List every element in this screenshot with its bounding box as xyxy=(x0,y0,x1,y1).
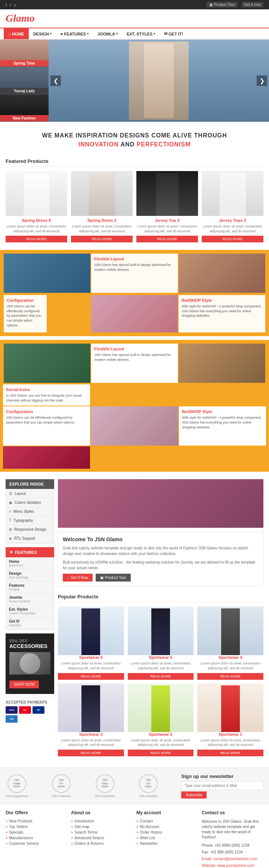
popular-name-5: Sportwear 2 xyxy=(128,732,194,737)
footer-account-item-2[interactable]: My Account xyxy=(136,824,198,830)
thumb-label-1: Spring Time xyxy=(0,60,49,66)
footer-contact-website[interactable]: Website: www.joomlashine.com xyxy=(202,862,263,868)
footer-offers-item-4[interactable]: Manufacturers xyxy=(6,835,67,841)
footer-contact-phone: Phone: +01 8888 (000) 1234 xyxy=(202,842,263,849)
footer-offers-item-2[interactable]: Top Sellers xyxy=(6,824,67,830)
features-sidebar-item-joomla[interactable]: Joomla Great Content xyxy=(6,593,54,605)
newsletter-title: Sign up our newsletter xyxy=(181,774,263,779)
features-sidebar-item-features[interactable]: Features Unique xyxy=(6,582,54,593)
popular-desc-4: Lorem ipsum dolor sit amet, consectetur … xyxy=(58,738,124,747)
sidebar-item-design-sub: Eye catching xyxy=(9,576,51,579)
footer-account-item-5[interactable]: Newsletter xyxy=(136,841,198,846)
product-name-2: Spring Dress 2 xyxy=(71,218,133,223)
product-readmore-3[interactable]: READ MORE xyxy=(136,236,198,242)
sidebar-item-joomla-title: Joomla xyxy=(9,595,51,599)
popular-readmore-5[interactable]: READ MORE xyxy=(128,750,194,756)
footer-contact-email[interactable]: Email: contact@joomlashine.com xyxy=(202,856,263,862)
email-icon: ✉ xyxy=(164,31,167,36)
popular-img-2 xyxy=(128,607,194,655)
facebook-icon[interactable]: f xyxy=(6,3,7,7)
popular-name-1: Sportwear 6 xyxy=(58,655,124,660)
features-sidebar-item-home[interactable]: Home Built front xyxy=(6,558,54,570)
footer-col-contact: Contact us Welcome to JSN Glamo. Grab th… xyxy=(202,810,263,868)
hero-next-btn[interactable]: ❯ xyxy=(257,75,267,86)
footer-about-item-3[interactable]: Search Terms xyxy=(71,830,133,835)
accepted-payments-section: ACCEPTED PAYMENTS VISA MC PP AM xyxy=(6,694,54,726)
product-readmore-4[interactable]: READ MORE xyxy=(202,236,263,242)
popular-readmore-3[interactable]: READ MORE xyxy=(197,673,263,680)
nav-item-home[interactable]: ⌂ HOME xyxy=(4,28,29,39)
footer-about-item-2[interactable]: Site map xyxy=(71,824,133,830)
popular-readmore-6[interactable]: READ MORE xyxy=(197,750,263,756)
get-it-now-top-btn[interactable]: Get it now xyxy=(241,2,263,7)
monitor-icon-2: ▣ xyxy=(100,576,103,580)
get-it-now-btn[interactable]: ↓ Get It Now xyxy=(63,574,93,582)
footer-account-item-3[interactable]: Order History xyxy=(136,830,198,835)
header: Glamo xyxy=(0,9,269,28)
popular-readmore-1[interactable]: READ MORE xyxy=(58,673,124,680)
footer-about-item-5[interactable]: Orders & Returns xyxy=(71,841,133,846)
footer-about-item-4[interactable]: Advanced Search xyxy=(71,835,133,841)
promo-category: ACCESSORIES xyxy=(9,643,50,649)
nav-item-ext-styles[interactable]: EXT. STYLES ▾ xyxy=(122,28,160,39)
product-readmore-1[interactable]: READ MORE xyxy=(6,236,67,242)
logo[interactable]: Glamo xyxy=(6,12,35,24)
product-image-4 xyxy=(202,171,263,216)
footer-offers-item-3[interactable]: Specials xyxy=(6,830,67,835)
footer-logos-section: JSNImageShow JSN ImageShow JSNUniAdmin J… xyxy=(0,768,269,804)
footer-logo-unislider: JSNUniSlider JSN UniSlider xyxy=(139,774,158,798)
features-sidebar-item-getit[interactable]: Get It! Solution xyxy=(6,617,54,629)
footer-col-about: About us Introduction Site map Search Te… xyxy=(71,810,133,868)
nav-item-design[interactable]: DESIGN ▾ xyxy=(29,28,56,39)
popular-readmore-4[interactable]: READ MORE xyxy=(58,750,124,756)
nav-item-features[interactable]: ♥ FEATURES ▾ xyxy=(56,28,93,39)
popular-card-4: Sportwear 3 Lorem ipsum dolor sit amet, … xyxy=(58,683,124,756)
popular-img-4 xyxy=(58,683,124,732)
footer-account-item-1[interactable]: Contact xyxy=(136,818,198,824)
footer-offers-item-5[interactable]: Customer Service xyxy=(6,841,67,846)
popular-img-5 xyxy=(128,683,194,732)
top-bar-actions: ▣ Product Tour Get it now xyxy=(207,2,263,7)
features-yellow-section: Flexible Layout JSN Glamo has special bu… xyxy=(0,250,269,336)
youtube-icon[interactable]: y xyxy=(14,3,16,7)
footer-about-item-1[interactable]: Introduction xyxy=(71,818,133,824)
features-sidebar-item-extstyles[interactable]: Ext. Styles Great Compatible xyxy=(6,605,54,617)
product-readmore-2[interactable]: READ MORE xyxy=(71,236,133,242)
features-sidebar-item-design[interactable]: Design Eye catching xyxy=(6,570,54,582)
chevron-down-icon: ▾ xyxy=(50,32,52,35)
hero-prev-btn[interactable]: ❮ xyxy=(50,75,61,86)
redshop-text: With style for redSHOP - A powerful shop… xyxy=(182,415,263,430)
sidebar: EXPLORE INSIDE ☰ Layout ◉ Colors Variati… xyxy=(6,479,54,760)
features-grid: Flexible Layout JSN Glamo has special bu… xyxy=(4,254,265,294)
footer-account-item-4[interactable]: Wish List xyxy=(136,835,198,841)
shop-now-btn[interactable]: SHOP NOW xyxy=(9,681,39,688)
newsletter-subscribe-btn[interactable]: Subscribe xyxy=(181,791,207,799)
hero-thumb-1[interactable]: Spring Time xyxy=(0,40,49,67)
hero-thumb-2[interactable]: Young Lady xyxy=(0,67,49,94)
popular-desc-6: Lorem ipsum dolor sit amet, consectetur … xyxy=(197,738,263,747)
nav-item-joomla[interactable]: JOOMLA ▾ xyxy=(93,28,122,39)
footer-offers-item-1[interactable]: New Products xyxy=(6,818,67,824)
tagline-section: WE MAKE INSPIRATION DESIGNS COME ALIVE T… xyxy=(0,122,269,155)
explore-item-colors[interactable]: ◉ Colors Variation xyxy=(6,498,54,507)
payment-icons: VISA MC PP AM xyxy=(6,706,54,723)
explore-item-rtl[interactable]: ◈ RTL Support xyxy=(6,534,54,543)
popular-readmore-2[interactable]: READ MORE xyxy=(128,673,194,680)
explore-item-menu-styles[interactable]: ≡ Menu Styles xyxy=(6,507,54,516)
features-sidebar-header: ★ FEATURES xyxy=(6,547,54,557)
explore-item-typography[interactable]: T Typography xyxy=(6,516,54,525)
explore-item-layout[interactable]: ☰ Layout xyxy=(6,489,54,498)
newsletter-input[interactable] xyxy=(181,781,263,790)
product-tour-btn[interactable]: ▣ Product Tour xyxy=(96,574,131,582)
sidebar-item-features-sub: Unique xyxy=(9,588,51,591)
twitter-icon[interactable]: t xyxy=(10,3,11,7)
product-tour-top-btn[interactable]: ▣ Product Tour xyxy=(207,2,238,7)
hero-thumb-3[interactable]: New Fashion xyxy=(0,94,49,122)
popular-desc-1: Lorem ipsum dolor sit amet, consectetur … xyxy=(58,661,124,670)
feat-img-close xyxy=(3,446,90,469)
social-links[interactable]: f t y xyxy=(6,3,16,7)
welcome-buttons: ↓ Get It Now ▣ Product Tour xyxy=(63,574,259,582)
nav-item-get-it[interactable]: ✉ GET IT! xyxy=(160,28,188,39)
amex-icon: AM xyxy=(6,715,18,723)
explore-item-responsive[interactable]: ⊞ Responsive Design xyxy=(6,525,54,534)
